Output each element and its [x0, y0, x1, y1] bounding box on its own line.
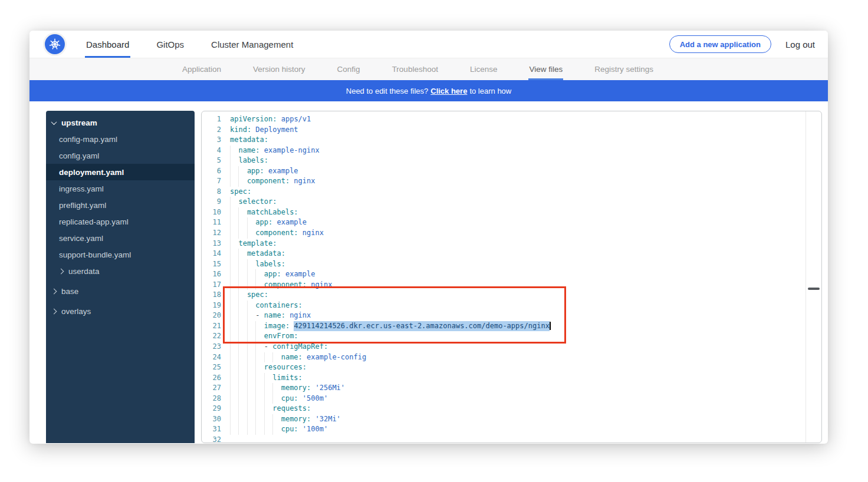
code-line[interactable]: 15labels:	[202, 259, 821, 270]
code-line[interactable]: 32	[202, 435, 821, 443]
tab-license[interactable]: License	[469, 58, 498, 80]
code-token: cpu:	[281, 424, 298, 435]
code-line[interactable]: 24name: example-config	[202, 352, 821, 363]
indent-guides	[230, 197, 238, 207]
folder-overlays[interactable]: overlays	[46, 303, 195, 319]
code-text: spec:	[230, 290, 268, 301]
line-number: 11	[202, 217, 230, 228]
code-line[interactable]: 31cpu: '100m'	[202, 424, 821, 435]
tab-application[interactable]: Application	[182, 58, 222, 80]
code-line[interactable]: 6app: example	[202, 166, 821, 177]
code-line[interactable]: 13template:	[202, 239, 821, 249]
code-line[interactable]: 14metadata:	[202, 249, 821, 259]
tree-item-label: replicated-app.yaml	[59, 217, 129, 226]
code-token: name:	[281, 352, 303, 363]
code-line[interactable]: 28cpu: '500m'	[202, 394, 821, 404]
tree-item-label: support-bundle.yaml	[59, 250, 131, 259]
code-line[interactable]: 1apiVersion: apps/v1	[202, 114, 821, 125]
code-line[interactable]: 30memory: '32Mi'	[202, 414, 821, 425]
view-files-content: upstreamconfig-map.yamlconfig.yamldeploy…	[29, 101, 828, 444]
code-line[interactable]: 29requests:	[202, 404, 821, 414]
code-line[interactable]: 4name: example-nginx	[202, 146, 821, 156]
indent-guides	[230, 269, 264, 280]
nav-gitops[interactable]: GitOps	[155, 31, 185, 58]
line-number: 18	[202, 290, 230, 301]
code-text: app: example	[230, 217, 307, 228]
kubernetes-logo-icon[interactable]	[45, 34, 65, 54]
code-line[interactable]: 21image: 429114214526.dkr.ecr.us-east-2.…	[202, 321, 821, 332]
code-token: example	[264, 166, 298, 177]
add-new-application-button[interactable]: Add a new application	[669, 35, 771, 53]
code-line[interactable]: 5labels:	[202, 156, 821, 166]
line-number: 1	[202, 114, 230, 125]
yaml-editor[interactable]: 1apiVersion: apps/v12kind: Deployment3me…	[201, 111, 822, 443]
code-line[interactable]: 27memory: '256Mi'	[202, 383, 821, 394]
code-line[interactable]: 17component: nginx	[202, 280, 821, 290]
code-token: apiVersion:	[230, 114, 277, 125]
code-token: limits:	[272, 373, 303, 384]
code-line[interactable]: 25resources:	[202, 362, 821, 373]
logout-button[interactable]: Log out	[785, 39, 815, 49]
file-replicated-app-yaml[interactable]: replicated-app.yaml	[46, 213, 195, 230]
indent-guides	[230, 414, 281, 425]
tab-config[interactable]: Config	[337, 58, 361, 80]
tab-troubleshoot[interactable]: Troubleshoot	[392, 58, 439, 80]
nav-dashboard[interactable]: Dashboard	[85, 31, 130, 58]
code-token: matchLabels:	[247, 207, 298, 218]
tree-item-label: upstream	[61, 118, 97, 127]
file-service-yaml[interactable]: service.yaml	[46, 230, 195, 246]
line-number: 28	[202, 394, 230, 404]
code-token: example-nginx	[260, 146, 320, 156]
indent-guides	[230, 342, 264, 352]
code-line[interactable]: 8spec:	[202, 187, 821, 197]
code-token: labels:	[255, 259, 285, 270]
banner-text-prefix: Need to edit these files?	[346, 87, 428, 95]
code-text: app: example	[230, 166, 298, 177]
indent-guides	[230, 166, 247, 177]
line-number: 13	[202, 239, 230, 249]
file-config-yaml[interactable]: config.yaml	[46, 147, 195, 164]
code-area[interactable]: 1apiVersion: apps/v12kind: Deployment3me…	[202, 111, 821, 443]
selected-text: 429114214526.dkr.ecr.us-east-2.amazonaws…	[294, 321, 549, 332]
code-token: configMapRef:	[272, 342, 328, 352]
code-line[interactable]: 16app: example	[202, 269, 821, 280]
code-line[interactable]: 10matchLabels:	[202, 207, 821, 218]
code-line[interactable]: 3metadata:	[202, 135, 821, 146]
file-ingress-yaml[interactable]: ingress.yaml	[46, 180, 195, 197]
code-line[interactable]: 19containers:	[202, 301, 821, 311]
file-support-bundle-yaml[interactable]: support-bundle.yaml	[46, 246, 195, 263]
tab-version-history[interactable]: Version history	[252, 58, 306, 80]
tab-view-files[interactable]: View files	[528, 58, 563, 80]
folder-upstream[interactable]: upstream	[46, 114, 195, 131]
code-line[interactable]: 22envFrom:	[202, 331, 821, 342]
code-line[interactable]: 2kind: Deployment	[202, 125, 821, 136]
code-line[interactable]: 20- name: nginx	[202, 311, 821, 321]
text-cursor	[550, 322, 551, 330]
nav-cluster-management[interactable]: Cluster Management	[210, 31, 294, 58]
code-token: image:	[264, 321, 294, 332]
click-here-link[interactable]: Click here	[430, 87, 467, 95]
line-number: 6	[202, 166, 230, 177]
code-token: requests:	[272, 404, 311, 414]
scrollbar-thumb[interactable]	[808, 288, 820, 290]
line-number: 4	[202, 146, 230, 156]
code-line[interactable]: 18spec:	[202, 290, 821, 301]
folder-userdata[interactable]: userdata	[46, 263, 195, 279]
code-line[interactable]: 9selector:	[202, 197, 821, 207]
file-config-map-yaml[interactable]: config-map.yaml	[46, 131, 195, 147]
code-line[interactable]: 11app: example	[202, 217, 821, 228]
folder-base[interactable]: base	[46, 283, 195, 299]
code-text: containers:	[230, 301, 303, 311]
code-line[interactable]: 26limits:	[202, 373, 821, 384]
code-line[interactable]: 23- configMapRef:	[202, 342, 821, 352]
code-text: memory: '32Mi'	[230, 414, 341, 425]
code-line[interactable]: 7component: nginx	[202, 176, 821, 187]
file-preflight-yaml[interactable]: preflight.yaml	[46, 197, 195, 213]
tab-registry-settings[interactable]: Registry settings	[594, 58, 654, 80]
code-line[interactable]: 12component: nginx	[202, 228, 821, 239]
line-number: 9	[202, 197, 230, 207]
code-text: matchLabels:	[230, 207, 298, 218]
file-deployment-yaml[interactable]: deployment.yaml	[46, 164, 195, 180]
code-token: '256Mi'	[311, 383, 345, 394]
indent-guides	[230, 362, 264, 373]
